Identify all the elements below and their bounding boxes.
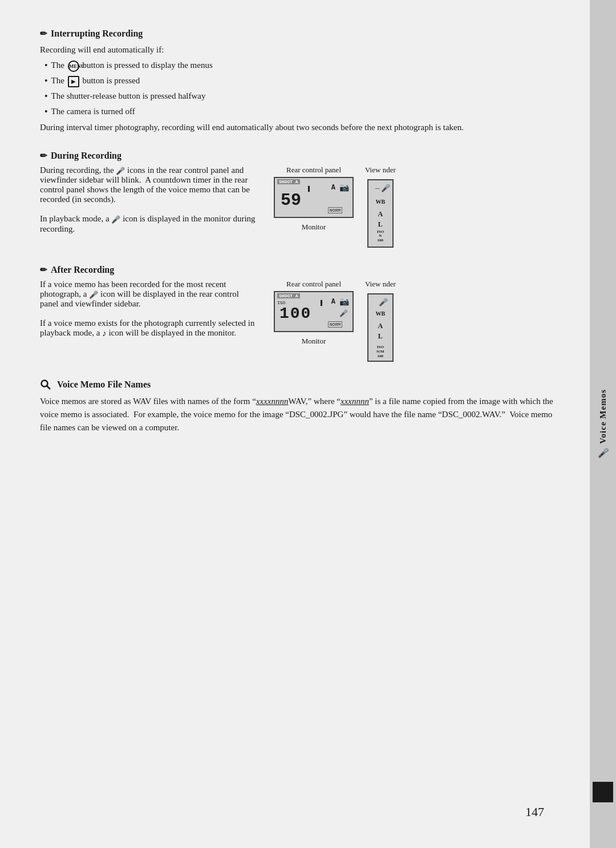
- mic-icon-playback: 🎤: [111, 215, 120, 224]
- pencil-icon-during: ✏: [40, 151, 47, 161]
- during-viewfinder-group: View nder — 🎤 WB A: [365, 165, 396, 248]
- after-vf-iso: ISON/M100: [376, 345, 384, 358]
- sidebar-black-box: [593, 782, 613, 802]
- after-text-col: If a voice memo has been recorded for th…: [40, 280, 257, 339]
- vf-a: A: [378, 210, 383, 218]
- bullet-3-text: The shutter-release button is pressed ha…: [51, 90, 206, 103]
- sidebar-mic: 🎤: [598, 447, 609, 459]
- page-container: ✏ Interrupting Recording Recording will …: [0, 0, 616, 848]
- voice-memo-text: Voice memos are stored as WAV files with…: [40, 395, 556, 435]
- svg-line-1: [47, 386, 50, 389]
- voice-memo-body: Voice memos are stored as WAV files with…: [40, 395, 556, 435]
- after-two-col: If a voice memo has been recorded for th…: [40, 280, 556, 362]
- after-monitor-label: Monitor: [302, 337, 326, 346]
- during-lcd-number: 59: [281, 191, 301, 210]
- after-viewfinder-group: View nder 🎤 WB A L: [365, 280, 396, 362]
- main-content: ✏ Interrupting Recording Recording will …: [0, 0, 590, 848]
- during-monitor-label: Monitor: [302, 223, 326, 232]
- outro-text: During interval timer photography, recor…: [40, 121, 556, 134]
- during-text-col: During recording, the 🎤 icons in the rea…: [40, 165, 257, 234]
- during-viewfinder-label: View nder: [365, 165, 396, 175]
- bullet-list-interrupting: • The MENU button is pressed to display …: [44, 59, 556, 119]
- after-viewfinder: 🎤 WB A L ISON/M100: [367, 293, 394, 362]
- during-panel-row: Rear control panel SHOOT A 59 ▌ A 📷 N: [274, 165, 556, 248]
- search-icon-heading: [40, 379, 51, 390]
- heading-voice-memo: Voice Memo File Names: [40, 379, 556, 390]
- pencil-icon-after: ✏: [40, 265, 47, 275]
- during-two-col: During recording, the 🎤 icons in the rea…: [40, 165, 556, 248]
- after-lcd-number: 100: [279, 305, 311, 322]
- after-lcd-bars: ▌: [321, 300, 324, 306]
- vf-mic-top: — 🎤: [375, 184, 390, 193]
- bullet-4-text: The camera is turned off: [51, 105, 135, 118]
- bullet-2: • The ▶ button is pressed: [44, 74, 556, 88]
- after-body-2: If a voice memo exists for the photograp…: [40, 318, 257, 338]
- after-panels-col: Rear control panel SHOOT A ISO 100 ▌ A: [274, 280, 556, 362]
- heading-interrupting: ✏ Interrupting Recording: [40, 29, 556, 39]
- sidebar-tab: 🎤 Voice Memos: [598, 389, 609, 459]
- during-lcd-shoot: SHOOT A: [277, 179, 300, 184]
- mic-icon-during: 🎤: [116, 166, 125, 175]
- title-during: During Recording: [51, 151, 121, 161]
- after-body-1: If a voice memo has been recorded for th…: [40, 280, 257, 309]
- xxx-text-2: xxxnnnn: [341, 397, 369, 406]
- after-vf-a: A: [378, 322, 383, 330]
- pencil-icon-interrupting: ✏: [40, 29, 47, 39]
- music-note-icon: ♪: [102, 329, 107, 338]
- after-lcd-norm: NORM: [328, 321, 342, 328]
- during-rear-label: Rear control panel: [286, 165, 341, 175]
- after-vf-wb: WB: [376, 310, 386, 317]
- after-vf-l: L: [378, 332, 383, 341]
- during-rear-panel-group: Rear control panel SHOOT A 59 ▌ A 📷 N: [274, 165, 354, 232]
- during-body-1: During recording, the 🎤 icons in the rea…: [40, 165, 257, 205]
- after-vf-mic: 🎤: [379, 298, 388, 307]
- during-lcd: SHOOT A 59 ▌ A 📷 NORM: [274, 177, 354, 218]
- mic-icon-after: 🎤: [89, 290, 98, 298]
- after-rear-label: Rear control panel: [286, 280, 341, 289]
- title-voice-memo: Voice Memo File Names: [57, 379, 151, 390]
- title-interrupting: Interrupting Recording: [51, 29, 143, 39]
- after-panel-row: Rear control panel SHOOT A ISO 100 ▌ A: [274, 280, 556, 362]
- sidebar-label: Voice Memos: [598, 389, 608, 444]
- section-interrupting: ✏ Interrupting Recording Recording will …: [40, 29, 556, 135]
- after-lcd-shoot: SHOOT A: [277, 293, 300, 298]
- during-panels-col: Rear control panel SHOOT A 59 ▌ A 📷 N: [274, 165, 556, 248]
- after-lcd-a: A: [331, 298, 335, 306]
- bullet-1-text: The MENU button is pressed to display th…: [51, 59, 213, 72]
- right-sidebar: 🎤 Voice Memos: [590, 0, 616, 848]
- title-after: After Recording: [51, 265, 114, 275]
- vf-l: L: [378, 220, 383, 228]
- vf-iso: ISON100: [377, 230, 384, 243]
- during-viewfinder: — 🎤 WB A L ISON100: [367, 179, 394, 248]
- bullet-4: • The camera is turned off: [44, 105, 556, 119]
- section-during: ✏ During Recording During recording, the…: [40, 151, 556, 248]
- during-lcd-bars: ▌: [308, 186, 311, 192]
- after-lcd-cam: 📷: [339, 297, 349, 306]
- during-lcd-norm: NORM: [328, 207, 342, 213]
- during-lcd-a: A: [331, 184, 335, 192]
- during-body-2: In playback mode, a 🎤 icon is displayed …: [40, 214, 257, 234]
- heading-after: ✏ After Recording: [40, 265, 556, 275]
- svg-point-0: [42, 380, 48, 386]
- section-after: ✏ After Recording If a voice memo has be…: [40, 265, 556, 362]
- menu-icon: MENU: [68, 60, 79, 72]
- page-number: 147: [525, 805, 544, 819]
- after-lcd-mic: 🎤: [339, 309, 348, 318]
- bullet-1: • The MENU button is pressed to display …: [44, 59, 556, 73]
- vf-wb: WB: [376, 199, 386, 205]
- section-voice-memo: Voice Memo File Names Voice memos are st…: [40, 379, 556, 435]
- intro-text: Recording will end automatically if:: [40, 43, 556, 56]
- bullet-2-text: The ▶ button is pressed: [51, 74, 140, 87]
- bullet-3: • The shutter-release button is pressed …: [44, 90, 556, 104]
- heading-during: ✏ During Recording: [40, 151, 556, 161]
- after-viewfinder-label: View nder: [365, 280, 396, 289]
- after-rear-panel-group: Rear control panel SHOOT A ISO 100 ▌ A: [274, 280, 354, 346]
- after-lcd: SHOOT A ISO 100 ▌ A 📷 🎤: [274, 291, 354, 332]
- during-lcd-cam: 📷: [339, 183, 349, 192]
- body-interrupting: Recording will end automatically if: • T…: [40, 43, 556, 135]
- xxx-text-1: xxxxnnnn: [256, 397, 289, 406]
- playback-icon: ▶: [68, 76, 79, 87]
